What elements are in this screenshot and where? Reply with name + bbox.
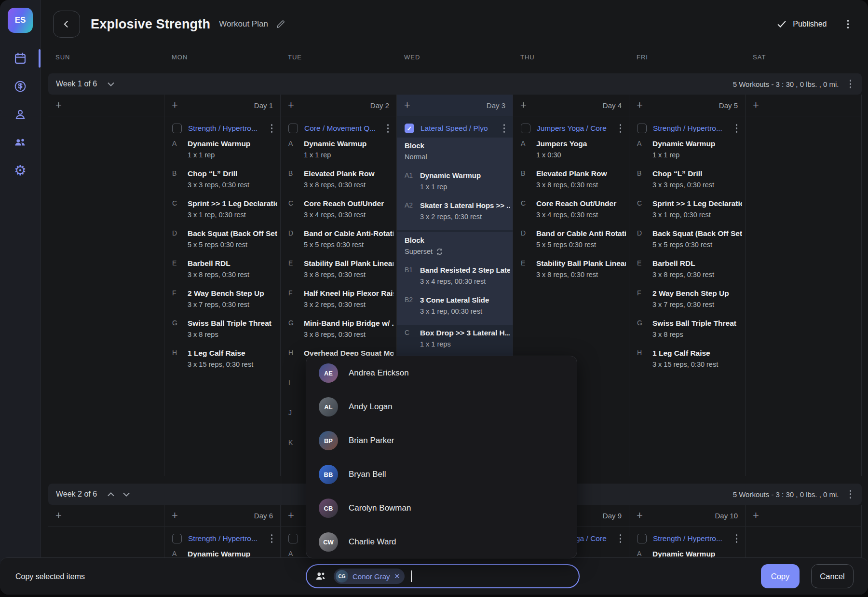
week2-collapse-down-button[interactable] xyxy=(123,492,130,497)
week2-kebab-menu[interactable] xyxy=(847,487,854,501)
remove-chip-icon[interactable]: ✕ xyxy=(394,572,400,580)
workout-title-link[interactable]: Jumpers Yoga / Core xyxy=(537,124,614,133)
exercise-item[interactable]: B23 Cone Lateral Slide3 x 1 rep, 00:30 r… xyxy=(397,294,513,324)
workout-checkbox[interactable] xyxy=(288,534,298,543)
app-window: ES xyxy=(0,0,868,595)
athlete-option[interactable]: AE Andrea Erickson xyxy=(306,356,577,390)
exercise-item[interactable]: BElevated Plank Row3 x 8 reps, 0:30 rest xyxy=(281,167,396,197)
edit-title-button[interactable] xyxy=(276,20,285,29)
exercise-item[interactable]: EStability Ball Plank Linear ...3 x 8 re… xyxy=(281,257,396,287)
exercise-item[interactable]: DBand or Cable Anti-Rotati...5 x 5 reps … xyxy=(281,227,396,257)
workout-kebab-menu[interactable] xyxy=(268,531,276,546)
week2-collapse-up-button[interactable] xyxy=(108,492,114,497)
exercise-item[interactable]: ADynamic Warmup1 x 1 rep xyxy=(281,138,396,167)
exercise-item[interactable]: CSprint >> 1 Leg Declarations3 x 1 rep, … xyxy=(164,197,280,227)
workout-checkbox[interactable] xyxy=(288,124,298,133)
exercise-item[interactable]: ADynamic Warmup1 x 1 rep xyxy=(629,138,745,167)
weekday-label: SUN xyxy=(48,48,164,66)
cancel-button[interactable]: Cancel xyxy=(811,564,854,588)
exercise-item[interactable]: BElevated Plank Row3 x 8 reps, 0:30 rest xyxy=(513,167,629,197)
add-workout-button[interactable]: + xyxy=(288,100,294,111)
athlete-search-input[interactable]: CG Conor Gray ✕ xyxy=(306,564,580,588)
athlete-option[interactable]: CB Carolyn Bowman xyxy=(306,491,577,525)
exercise-item[interactable]: DBack Squat (Back Off Set)5 x 5 reps 0:3… xyxy=(164,227,280,257)
exercise-item[interactable]: FHalf Kneel Hip Flexor Rais...3 x 2 reps… xyxy=(281,287,396,317)
workout-title-link[interactable]: Strength / Hypertro... xyxy=(653,124,730,133)
workout-title-link[interactable]: Strength / Hypertro... xyxy=(188,124,265,133)
add-workout-button[interactable]: + xyxy=(637,510,643,521)
exercise-item[interactable]: AJumpers Yoga1 x 0:30 xyxy=(513,138,629,167)
workout-title-link[interactable]: Strength / Hypertro... xyxy=(188,534,265,543)
sidebar-item-billing[interactable] xyxy=(0,76,41,97)
exercise-item[interactable]: GMini-Band Hip Bridge w/ ...3 x 8 reps, … xyxy=(281,317,396,347)
sidebar-item-settings[interactable]: ⚙ xyxy=(0,160,41,181)
athlete-option[interactable]: CW Charlie Ward xyxy=(306,525,577,558)
athlete-option[interactable]: AL Andy Logan xyxy=(306,390,577,424)
workout-checkbox[interactable] xyxy=(521,124,530,133)
program-logo[interactable]: ES xyxy=(8,8,33,33)
workout-kebab-menu[interactable] xyxy=(384,121,392,136)
workout-title-link[interactable]: Lateral Speed / Plyo xyxy=(420,124,498,133)
workout-kebab-menu[interactable] xyxy=(733,121,741,136)
workout-kebab-menu[interactable] xyxy=(617,121,624,136)
workout-checkbox[interactable] xyxy=(172,124,182,133)
exercise-item[interactable]: DBand or Cable Anti Rotati...5 x 5 reps … xyxy=(513,227,629,257)
workout-checkbox-checked[interactable]: ✓ xyxy=(405,124,414,133)
workout-kebab-menu[interactable] xyxy=(733,531,741,546)
exercise-item[interactable]: B1Band Resisted 2 Step Late...3 x 4 reps… xyxy=(397,264,513,294)
add-workout-button[interactable]: + xyxy=(520,100,527,111)
copy-button[interactable]: Copy xyxy=(761,564,800,588)
sidebar-item-groups[interactable] xyxy=(0,132,41,153)
add-workout-button[interactable]: + xyxy=(55,100,62,111)
exercise-item[interactable]: BChop “L” Drill3 x 3 reps, 0:30 rest xyxy=(629,167,745,197)
exercise-item[interactable]: H1 Leg Calf Raise3 x 15 reps, 0:30 rest xyxy=(629,347,745,377)
exercise-item[interactable]: CBox Drop >> 3 Lateral H...1 x 1 reps xyxy=(397,327,513,357)
athlete-option[interactable]: BB Bryan Bell xyxy=(306,458,577,491)
workout-checkbox[interactable] xyxy=(637,534,647,543)
add-workout-button[interactable]: + xyxy=(172,510,178,521)
workout-title-link[interactable]: Strength / Hypertro... xyxy=(653,534,730,543)
exercise-name: Back Squat (Back Off Set) xyxy=(188,228,277,238)
week1-kebab-menu[interactable] xyxy=(847,77,854,91)
sidebar-item-athletes[interactable] xyxy=(0,104,41,125)
workout-title-link[interactable]: Core / Movement Q... xyxy=(304,124,381,133)
exercise-item[interactable]: CCore Reach Out/Under3 x 4 reps, 0:30 re… xyxy=(281,197,396,227)
sidebar-item-calendar[interactable] xyxy=(0,48,41,69)
exercise-item[interactable]: BChop “L” Drill3 x 3 reps, 0:30 rest xyxy=(164,167,280,197)
workout-kebab-menu[interactable] xyxy=(501,121,508,136)
exercise-item[interactable]: H1 Leg Calf Raise3 x 15 reps, 0:30 rest xyxy=(164,347,280,377)
exercise-item[interactable]: GSwiss Ball Triple Threat3 x 8 reps xyxy=(629,317,745,347)
add-workout-button[interactable]: + xyxy=(172,100,178,111)
selected-athlete-chip[interactable]: CG Conor Gray ✕ xyxy=(334,569,405,584)
add-workout-button[interactable]: + xyxy=(753,100,759,111)
exercise-item[interactable]: A1Dynamic Warmup1 x 1 rep xyxy=(397,169,513,199)
back-button[interactable] xyxy=(53,11,80,38)
week1-collapse-button[interactable] xyxy=(108,82,114,86)
day-header-mon: +Day 1 xyxy=(164,95,281,116)
exercise-item[interactable]: F2 Way Bench Step Up3 x 7 reps, 0:30 res… xyxy=(629,287,745,317)
header-kebab-menu[interactable] xyxy=(844,17,852,31)
exercise-item[interactable]: GSwiss Ball Triple Threat3 x 8 reps xyxy=(164,317,280,347)
add-workout-button[interactable]: + xyxy=(404,100,410,111)
exercise-item[interactable]: F2 Way Bench Step Up3 x 7 reps, 0:30 res… xyxy=(164,287,280,317)
workout-kebab-menu[interactable] xyxy=(268,121,276,136)
day-header-sat: + xyxy=(746,95,862,116)
exercise-item[interactable]: EBarbell RDL3 x 8 reps, 0:30 rest xyxy=(629,257,745,287)
exercise-item[interactable]: CCore Reach Out/Under3 x 4 reps, 0:30 re… xyxy=(513,197,629,227)
add-workout-button[interactable]: + xyxy=(637,100,643,111)
workout-card-header: Strength / Hypertro... xyxy=(629,119,745,138)
workout-checkbox[interactable] xyxy=(172,534,182,543)
add-workout-button[interactable]: + xyxy=(288,510,294,521)
exercise-item[interactable]: EStability Ball Plank Linear ...3 x 8 re… xyxy=(513,257,629,287)
exercise-item[interactable]: CSprint >> 1 Leg Declarations3 x 1 rep, … xyxy=(629,197,745,227)
workout-checkbox[interactable] xyxy=(637,124,647,133)
athlete-option[interactable]: BP Brian Parker xyxy=(306,424,577,458)
exercise-item[interactable]: EBarbell RDL3 x 8 reps, 0:30 rest xyxy=(164,257,280,287)
add-workout-button[interactable]: + xyxy=(753,510,759,521)
exercise-item[interactable]: ADynamic Warmup1 x 1 rep xyxy=(164,138,280,167)
exercise-item[interactable]: A2Skater 3 Lateral Hops >> ...3 x 2 reps… xyxy=(397,199,513,229)
add-workout-button[interactable]: + xyxy=(55,510,62,521)
workout-kebab-menu[interactable] xyxy=(617,531,624,546)
exercise-item[interactable]: DBack Squat (Back Off Set)5 x 5 reps 0:3… xyxy=(629,227,745,257)
publish-status[interactable]: Published xyxy=(793,20,827,28)
